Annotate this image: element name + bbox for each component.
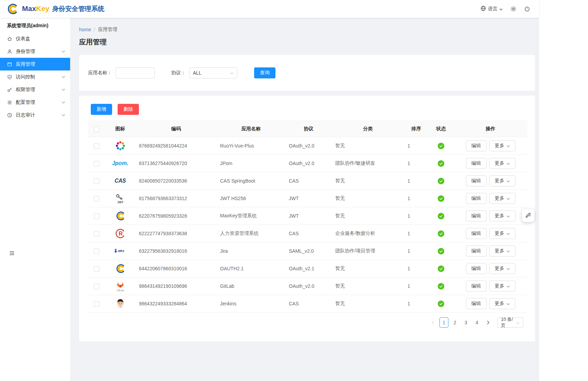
app-name-label: 应用名称： <box>88 70 112 76</box>
edit-button[interactable]: 编辑 <box>466 263 487 274</box>
more-button[interactable]: 更多 <box>489 193 515 204</box>
table-row: 644220607860310016 OAUTH2.1 OAuth_v2.1 暂… <box>88 260 527 277</box>
edit-button[interactable]: 编辑 <box>466 298 487 309</box>
sidebar-item-audit-log[interactable]: 日志审计 <box>0 109 70 121</box>
app-code: 632279563832918016 <box>135 242 217 260</box>
app-sort: 1 <box>404 260 428 277</box>
edit-button[interactable]: 编辑 <box>466 281 487 292</box>
col-header-name: 应用名称 <box>217 121 285 137</box>
edit-button[interactable]: 编辑 <box>466 228 487 239</box>
edit-button[interactable]: 编辑 <box>466 158 487 169</box>
logo-gitlab-icon: GitLab <box>113 280 128 293</box>
page-button-4[interactable]: 4 <box>472 317 481 328</box>
settings-icon[interactable] <box>510 6 516 12</box>
next-page-button[interactable] <box>483 317 492 328</box>
row-checkbox[interactable] <box>94 284 99 289</box>
row-checkbox[interactable] <box>94 301 99 307</box>
app-name: JPom <box>217 155 285 172</box>
row-checkbox[interactable] <box>94 249 99 254</box>
more-button[interactable]: 更多 <box>489 281 515 292</box>
table-body: 876892492581044224 RuoYi-Vue-Plus OAuth_… <box>88 137 527 313</box>
logo-jira-icon: JIRA <box>113 244 128 258</box>
logo-cas-icon: CAS <box>113 174 128 187</box>
page-size-value: 10 条/页 <box>501 316 516 329</box>
select-all-checkbox[interactable] <box>94 127 99 132</box>
sidebar-item-label: 应用管理 <box>16 61 35 67</box>
app-protocol: OAuth_v2.0 <box>285 277 332 295</box>
brand-title: MaxKey 身份安全管理系统 <box>22 4 104 13</box>
more-button[interactable]: 更多 <box>489 228 515 239</box>
magic-pen-tool-button[interactable] <box>522 209 534 222</box>
breadcrumb: home / 应用管理 <box>79 26 535 33</box>
sidebar-item-permissions[interactable]: 权限管理 <box>0 83 70 96</box>
row-checkbox[interactable] <box>94 214 99 219</box>
logo-ruoyi-icon <box>113 139 128 152</box>
more-button[interactable]: 更多 <box>489 263 515 274</box>
app-code: 824008507220033536 <box>135 172 217 190</box>
collapse-sidebar-icon[interactable] <box>9 250 15 256</box>
add-button[interactable]: 新增 <box>91 104 112 115</box>
language-menu[interactable]: 语言 <box>480 6 503 12</box>
breadcrumb-home[interactable]: home <box>79 27 91 32</box>
brand: MaxKey 身份安全管理系统 <box>6 2 104 16</box>
app-protocol: JWT <box>285 207 332 225</box>
app-sort: 1 <box>404 155 428 172</box>
edit-button[interactable]: 编辑 <box>466 210 487 221</box>
breadcrumb-current: 应用管理 <box>98 26 117 33</box>
chevron-down-icon <box>62 88 65 91</box>
edit-button[interactable]: 编辑 <box>466 193 487 204</box>
table-card: 新增 删除 图标 编码 应用名称 协议 分类 排序 <box>79 96 535 341</box>
more-button-label: 更多 <box>495 301 504 307</box>
protocol-select[interactable]: ALL <box>189 67 237 78</box>
status-enabled-badge <box>438 265 444 272</box>
edit-button[interactable]: 编辑 <box>466 246 487 257</box>
search-button[interactable]: 查询 <box>254 67 275 78</box>
page-size-select[interactable]: 10 条/页 <box>497 317 523 328</box>
audit-log-icon <box>7 112 12 118</box>
sidebar-user: 系统管理员(admin) <box>0 18 70 32</box>
sidebar-item-dashboard[interactable]: 仪表盘 <box>0 32 70 45</box>
edit-button[interactable]: 编辑 <box>466 175 487 186</box>
logo-jenkins-icon <box>113 297 128 310</box>
delete-button[interactable]: 删除 <box>118 104 139 115</box>
sidebar-item-access-control[interactable]: 访问控制 <box>0 70 70 83</box>
row-checkbox[interactable] <box>94 161 99 166</box>
sidebar-item-label: 配置管理 <box>16 99 35 106</box>
app-name-input[interactable] <box>116 67 155 78</box>
more-button[interactable]: 更多 <box>489 175 515 186</box>
sidebar-item-label: 日志审计 <box>16 112 35 118</box>
more-button-label: 更多 <box>495 195 504 202</box>
chevron-down-icon <box>499 6 503 12</box>
row-checkbox[interactable] <box>94 196 99 202</box>
more-button[interactable]: 更多 <box>489 298 515 309</box>
sidebar-item-config[interactable]: 配置管理 <box>0 96 70 109</box>
status-enabled-badge <box>438 248 444 254</box>
protocol-select-value: ALL <box>193 70 202 76</box>
prev-page-button[interactable] <box>428 317 437 328</box>
magic-pen-icon <box>525 212 532 220</box>
sidebar-item-apps[interactable]: 应用管理 <box>0 58 70 70</box>
more-button[interactable]: 更多 <box>489 210 515 221</box>
row-checkbox[interactable] <box>94 178 99 184</box>
page-button-2[interactable]: 2 <box>450 317 459 328</box>
filter-card: 应用名称： 协议： ALL 查询 <box>79 55 535 91</box>
maxkey-logo-icon <box>6 2 19 16</box>
app-name: 人力资源管理系统 <box>217 225 285 242</box>
app-code: 622076759805923328 <box>135 207 217 225</box>
col-header-status: 状态 <box>428 121 454 137</box>
status-enabled-badge <box>438 301 444 307</box>
more-button[interactable]: 更多 <box>489 246 515 257</box>
power-icon[interactable] <box>524 6 530 12</box>
edit-button[interactable]: 编辑 <box>466 140 487 151</box>
row-checkbox[interactable] <box>94 231 99 237</box>
row-checkbox[interactable] <box>94 143 99 149</box>
sidebar-item-label: 仪表盘 <box>16 36 30 42</box>
sidebar-item-identity[interactable]: 身份管理 <box>0 45 70 58</box>
more-button[interactable]: 更多 <box>489 158 515 169</box>
page-button-3[interactable]: 3 <box>461 317 470 328</box>
row-checkbox[interactable] <box>94 266 99 272</box>
more-button[interactable]: 更多 <box>489 140 515 151</box>
page-button-1[interactable]: 1 <box>439 317 448 328</box>
logo-jwt-icon: JWT <box>113 192 128 205</box>
sidebar: 系统管理员(admin) 仪表盘 身份管理 应用管理 访问控制 权限管理 配置管… <box>0 18 70 381</box>
